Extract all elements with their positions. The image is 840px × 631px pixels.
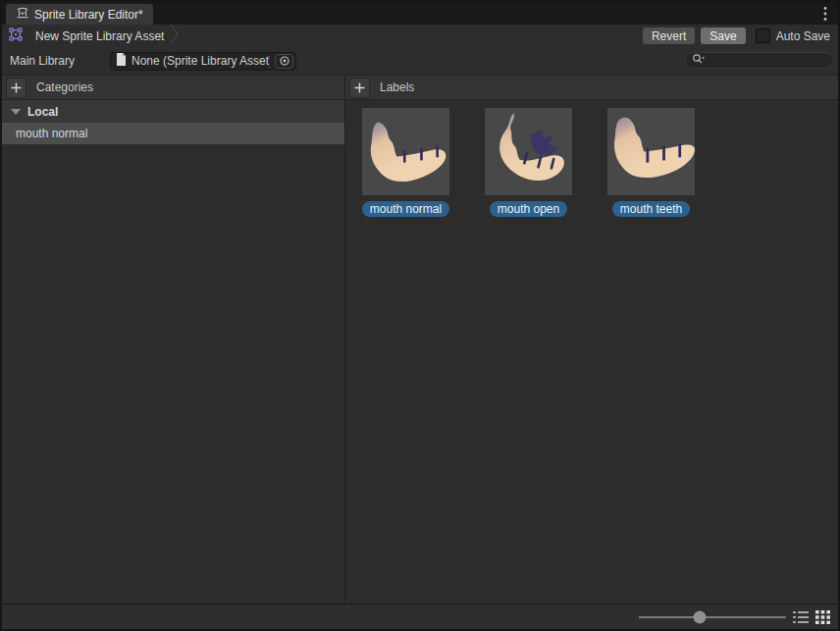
sprite-grid: mouth normal — [345, 100, 838, 217]
sprite-label-text: mouth normal — [370, 202, 442, 216]
categories-panel: Categories Local mouth normal — [2, 76, 345, 604]
add-category-button[interactable] — [6, 78, 26, 98]
main-library-label: Main Library — [2, 54, 110, 68]
sprite-library-editor-icon — [16, 6, 29, 23]
tab-bar: Sprite Library Editor* — [2, 2, 838, 25]
sprite-thumbnail-mouth-open[interactable] — [485, 108, 572, 195]
sprite-card-mouth-teeth: mouth teeth — [607, 108, 695, 217]
revert-button[interactable]: Revert — [643, 27, 695, 44]
foldout-arrow-icon — [11, 109, 21, 115]
sprite-label-badge[interactable]: mouth open — [490, 201, 567, 217]
category-item-label: mouth normal — [16, 127, 87, 140]
labels-title: Labels — [380, 80, 414, 94]
add-label-button[interactable] — [349, 78, 370, 98]
search-icon — [692, 53, 706, 68]
auto-save-label: Auto Save — [776, 29, 830, 43]
thumbnail-size-slider[interactable] — [639, 607, 786, 627]
editor-panels: Categories Local mouth normal Labels — [2, 75, 838, 604]
category-item-mouth-normal[interactable]: mouth normal — [2, 123, 344, 144]
main-library-object-field[interactable]: None (Sprite Library Asset) — [110, 52, 296, 71]
main-library-row: Main Library None (Sprite Library Asset) — [2, 47, 838, 75]
category-group-local[interactable]: Local — [2, 100, 344, 123]
sprite-label-text: mouth teeth — [620, 202, 682, 216]
kebab-menu-icon[interactable] — [818, 5, 832, 22]
grid-view-icon[interactable] — [814, 608, 831, 626]
toolbar-right-group: Revert Save Auto Save — [643, 27, 838, 44]
categories-title: Categories — [36, 80, 93, 94]
object-picker-icon[interactable] — [275, 54, 293, 69]
labels-header: Labels — [345, 76, 838, 100]
toolbar: New Sprite Library Asset Revert Save Aut… — [2, 25, 838, 47]
sprite-thumbnail-mouth-normal[interactable] — [362, 108, 449, 195]
search-field[interactable] — [685, 52, 834, 69]
footer-bar — [2, 604, 838, 629]
breadcrumb-chevron-icon — [170, 24, 179, 48]
sprite-library-editor-window: Sprite Library Editor* — [0, 0, 840, 631]
list-view-icon[interactable] — [792, 608, 810, 626]
sprite-thumbnail-mouth-teeth[interactable] — [607, 108, 695, 195]
category-group-label: Local — [27, 105, 58, 119]
slider-track[interactable] — [639, 616, 786, 618]
breadcrumb-label: New Sprite Library Asset — [35, 29, 164, 43]
tab-sprite-library-editor[interactable]: Sprite Library Editor* — [6, 4, 153, 25]
sprite-card-mouth-normal: mouth normal — [362, 108, 449, 217]
object-field-value: None (Sprite Library Asset) — [131, 54, 270, 68]
sprite-library-asset-icon — [8, 26, 24, 45]
sprite-label-badge[interactable]: mouth teeth — [612, 201, 690, 217]
labels-panel: Labels — [345, 76, 838, 604]
search-input[interactable] — [709, 54, 827, 68]
breadcrumb[interactable]: New Sprite Library Asset — [2, 25, 179, 47]
sprite-label-badge[interactable]: mouth normal — [362, 201, 449, 217]
asset-file-icon — [116, 53, 127, 69]
slider-knob[interactable] — [693, 610, 706, 623]
auto-save-checkbox[interactable] — [756, 28, 770, 43]
save-button[interactable]: Save — [701, 27, 745, 44]
sprite-label-text: mouth open — [498, 202, 559, 216]
sprite-card-mouth-open: mouth open — [485, 108, 572, 217]
categories-header: Categories — [2, 76, 344, 100]
tab-title: Sprite Library Editor* — [34, 8, 143, 22]
